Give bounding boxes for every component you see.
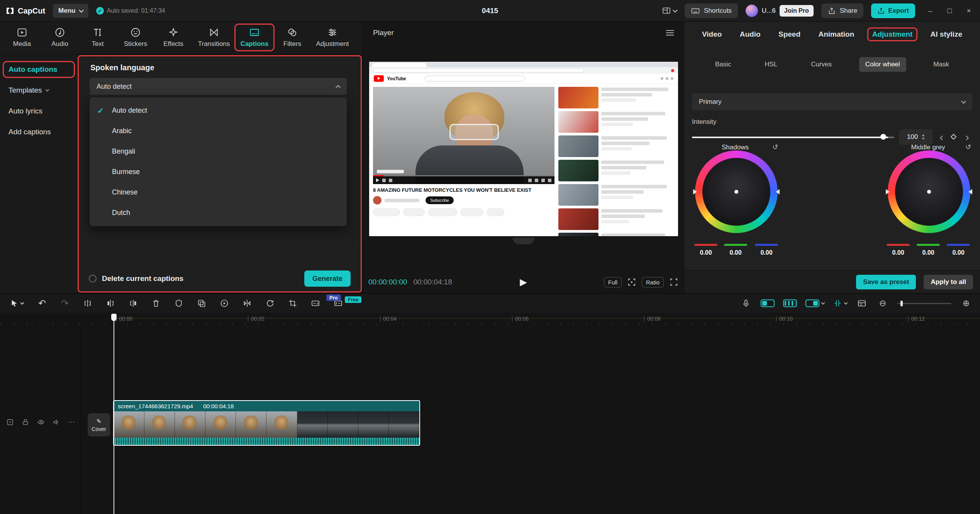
caption-split-button[interactable] bbox=[309, 297, 322, 309]
tab-animation[interactable]: Animation bbox=[818, 30, 854, 39]
crop-button[interactable] bbox=[287, 297, 299, 309]
mirror-button[interactable] bbox=[241, 297, 253, 309]
playhead-line[interactable] bbox=[114, 314, 114, 514]
overlay-button[interactable] bbox=[195, 297, 208, 309]
player-menu-icon[interactable] bbox=[666, 32, 674, 33]
shadows-reset-icon[interactable]: ↺ bbox=[772, 143, 778, 151]
wheel-right-arrow[interactable] bbox=[776, 189, 780, 194]
playhead-handle[interactable] bbox=[111, 314, 117, 321]
sidebar-item-auto-lyrics[interactable]: Auto lyrics bbox=[4, 104, 74, 118]
wheel-center-dot[interactable] bbox=[927, 190, 931, 194]
full-button[interactable]: Full bbox=[604, 277, 622, 287]
main-track-magnet-toggle[interactable] bbox=[761, 299, 775, 307]
timeline-zoom-slider[interactable] bbox=[897, 303, 951, 304]
tab-video[interactable]: Video bbox=[702, 30, 722, 39]
wheel-left-arrow[interactable] bbox=[886, 189, 890, 194]
window-minimize-button[interactable]: – bbox=[925, 7, 935, 15]
subtab-basic[interactable]: Basic bbox=[709, 57, 738, 72]
undo-button[interactable]: ↶ bbox=[36, 297, 48, 309]
language-dropdown[interactable]: Auto detect bbox=[90, 78, 347, 95]
eye-icon[interactable] bbox=[37, 418, 45, 426]
wheel-center-dot[interactable] bbox=[734, 190, 738, 194]
tab-text[interactable]: Text bbox=[79, 25, 117, 50]
keyframe-diamond-icon[interactable] bbox=[951, 134, 956, 140]
more-icon[interactable]: ⋯ bbox=[68, 418, 76, 426]
subtab-mask[interactable]: Mask bbox=[927, 57, 955, 72]
tab-filters[interactable]: Filters bbox=[273, 25, 311, 50]
language-option-auto-detect[interactable]: ✓ Auto detect bbox=[90, 100, 347, 121]
video-clip[interactable]: screen_1744663621729.mp4 00:00:04:18 bbox=[113, 400, 420, 446]
zoom-in-button[interactable]: ⊕ bbox=[960, 297, 972, 309]
trim-right-button[interactable] bbox=[127, 297, 139, 309]
intensity-slider-handle[interactable] bbox=[880, 134, 886, 140]
track-thumbnail-toggle-icon[interactable] bbox=[6, 418, 14, 426]
window-maximize-button[interactable]: □ bbox=[944, 7, 955, 15]
voiceover-mic-button[interactable] bbox=[740, 297, 752, 309]
tab-adjustment-props[interactable]: Adjustment bbox=[868, 29, 917, 40]
mute-icon[interactable] bbox=[53, 418, 60, 426]
trim-left-button[interactable] bbox=[104, 297, 117, 309]
ratio-button[interactable]: Ratio bbox=[642, 277, 664, 287]
intensity-slider-track[interactable] bbox=[692, 137, 894, 138]
delete-button[interactable] bbox=[150, 297, 162, 309]
save-as-preset-button[interactable]: Save as preset bbox=[856, 275, 916, 289]
export-button[interactable]: Export bbox=[871, 3, 915, 18]
intensity-value-box[interactable]: 100 bbox=[899, 129, 933, 145]
lock-icon[interactable] bbox=[22, 418, 29, 426]
tab-audio[interactable]: Audio bbox=[41, 25, 79, 50]
linked-track-toggle[interactable] bbox=[783, 299, 797, 307]
tab-ai-stylize[interactable]: AI stylize bbox=[931, 30, 962, 39]
play-button[interactable]: ▶ bbox=[520, 277, 527, 287]
timeline-zoom-handle[interactable] bbox=[900, 301, 903, 306]
track-manager-button[interactable] bbox=[856, 297, 868, 309]
tab-media[interactable]: Media bbox=[3, 25, 41, 50]
join-pro-button[interactable]: Join Pro bbox=[780, 5, 814, 17]
tab-effects[interactable]: Effects bbox=[154, 25, 192, 50]
split-button[interactable] bbox=[81, 297, 94, 309]
zoom-out-button[interactable]: ⊖ bbox=[877, 297, 889, 309]
primary-dropdown[interactable]: Primary bbox=[692, 93, 972, 110]
middle-grey-reset-icon[interactable]: ↺ bbox=[965, 143, 971, 151]
subtab-curves[interactable]: Curves bbox=[805, 57, 838, 72]
subtab-color-wheel[interactable]: Color wheel bbox=[859, 57, 906, 72]
sidebar-item-templates[interactable]: Templates bbox=[4, 83, 74, 98]
language-option-chinese[interactable]: Chinese bbox=[90, 182, 347, 203]
apply-to-all-button[interactable]: Apply to all bbox=[924, 275, 973, 289]
redo-button[interactable]: ↷ bbox=[59, 297, 71, 309]
language-option-arabic[interactable]: Arabic bbox=[90, 121, 347, 141]
delete-captions-checkbox[interactable] bbox=[89, 275, 97, 282]
auto-cut-button[interactable] bbox=[833, 299, 847, 308]
tab-stickers[interactable]: Stickers bbox=[117, 25, 154, 50]
tab-captions[interactable]: Captions bbox=[236, 25, 273, 50]
wheel-left-arrow[interactable] bbox=[693, 189, 697, 194]
player-drawer-handle[interactable] bbox=[512, 238, 535, 244]
fullscreen-icon[interactable] bbox=[669, 277, 678, 287]
shortcuts-button[interactable]: Shortcuts bbox=[685, 3, 738, 18]
focus-frame-icon[interactable] bbox=[627, 277, 636, 287]
generate-button[interactable]: Generate bbox=[304, 271, 351, 287]
layout-switcher-button[interactable] bbox=[662, 6, 677, 15]
user-avatar[interactable] bbox=[746, 5, 758, 17]
language-option-bengali[interactable]: Bengali bbox=[90, 141, 347, 162]
wheel-right-arrow[interactable] bbox=[968, 189, 972, 194]
stepper-icons[interactable] bbox=[922, 134, 925, 140]
share-button[interactable]: Share bbox=[821, 3, 863, 18]
mask-button[interactable] bbox=[173, 297, 185, 309]
tab-audio-props[interactable]: Audio bbox=[740, 30, 761, 39]
language-option-dutch[interactable]: Dutch bbox=[90, 203, 347, 223]
tab-transitions[interactable]: Transitions bbox=[192, 25, 236, 50]
window-close-button[interactable]: × bbox=[964, 7, 974, 15]
tab-adjustment[interactable]: Adjustment bbox=[311, 25, 354, 50]
sidebar-item-add-captions[interactable]: Add captions bbox=[4, 125, 74, 139]
cover-button[interactable]: ✎ Cover bbox=[88, 413, 110, 436]
keyframe-next-icon[interactable] bbox=[965, 134, 968, 141]
language-option-burmese[interactable]: Burmese bbox=[90, 162, 347, 182]
record-button[interactable] bbox=[218, 297, 231, 309]
menu-button[interactable]: Menu bbox=[53, 4, 88, 18]
middle-grey-color-wheel[interactable] bbox=[888, 150, 970, 233]
shadows-color-wheel[interactable] bbox=[695, 150, 778, 233]
timeline-ruler[interactable]: 00:00 00:02 00:04 00:06 00:08 00:10 00:1… bbox=[0, 314, 980, 325]
rotate-button[interactable] bbox=[264, 297, 276, 309]
select-tool-button[interactable] bbox=[8, 297, 25, 309]
sidebar-item-auto-captions[interactable]: Auto captions bbox=[4, 62, 74, 77]
